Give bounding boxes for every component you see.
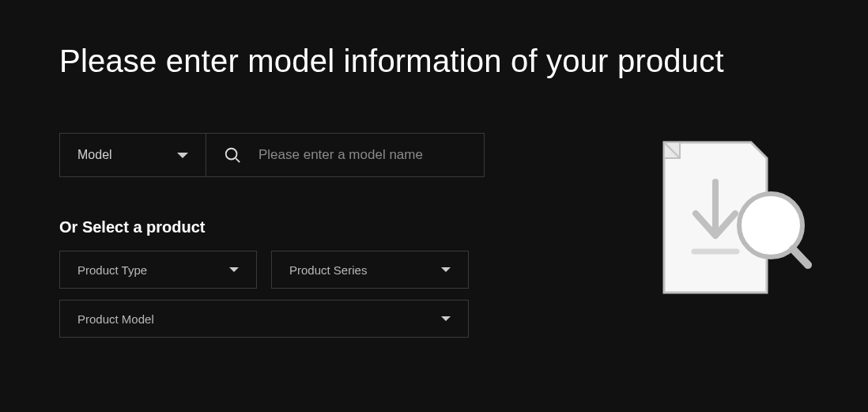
svg-point-0: [226, 149, 237, 160]
dropdown-row-2: Product Model: [59, 300, 490, 338]
caret-down-icon: [441, 316, 451, 321]
select-product-label: Or Select a product: [59, 218, 490, 236]
product-model-label: Product Model: [77, 312, 154, 326]
caret-down-icon: [229, 267, 239, 272]
search-icon: [224, 146, 241, 164]
product-type-label: Product Type: [77, 263, 147, 277]
dropdown-row-1: Product Type Product Series: [59, 251, 490, 289]
svg-line-5: [793, 249, 808, 265]
model-search-input[interactable]: [259, 147, 484, 163]
document-search-illustration: [640, 134, 814, 308]
caret-down-icon: [177, 153, 188, 158]
search-box: [206, 133, 485, 177]
product-model-dropdown[interactable]: Product Model: [59, 300, 469, 338]
svg-line-1: [236, 158, 240, 162]
product-series-label: Product Series: [289, 263, 367, 277]
search-row: Model: [59, 133, 490, 177]
page-title: Please enter model information of your p…: [0, 0, 868, 79]
form-area: Model Or Select a product Product Type P…: [0, 79, 490, 338]
product-type-dropdown[interactable]: Product Type: [59, 251, 257, 289]
caret-down-icon: [441, 267, 451, 272]
model-category-label: Model: [77, 148, 112, 162]
model-category-dropdown[interactable]: Model: [59, 133, 206, 177]
product-series-dropdown[interactable]: Product Series: [271, 251, 469, 289]
